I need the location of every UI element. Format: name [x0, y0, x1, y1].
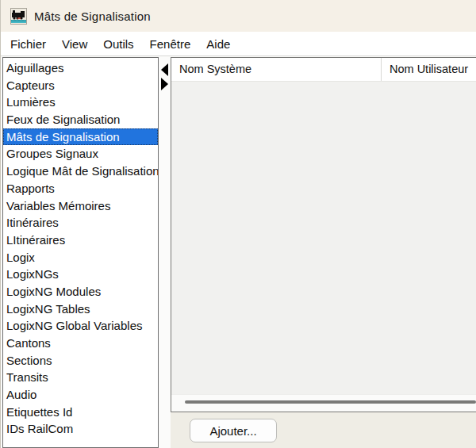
- sidebar-item[interactable]: Cantons: [3, 335, 158, 352]
- sidebar-item[interactable]: Logique Mât de Signalisation: [3, 163, 158, 180]
- sidebar-item[interactable]: LogixNG Global Variables: [3, 317, 158, 335]
- sidebar-item[interactable]: Etiquettes Id: [3, 404, 158, 421]
- table-body-empty: [171, 82, 476, 394]
- window-title: Mâts de Signalisation: [34, 10, 151, 23]
- sidebar-item[interactable]: LogixNGs: [3, 266, 158, 283]
- sidebar-item[interactable]: Variables Mémoires: [3, 197, 158, 215]
- split-divider[interactable]: [159, 57, 171, 448]
- sidebar-item[interactable]: LItinéraires: [3, 232, 158, 249]
- collapse-left-icon[interactable]: [161, 63, 168, 76]
- menu-item[interactable]: Outils: [95, 32, 141, 56]
- menu-item[interactable]: Fichier: [2, 32, 54, 56]
- sidebar-item[interactable]: LogixNG Tables: [3, 301, 158, 318]
- table-header: Nom Système Nom Utilisateur: [171, 58, 476, 82]
- menu-bar: FichierViewOutilsFenêtreAide: [1, 32, 476, 56]
- table-type-list: AiguillagesCapteursLumièresFeux de Signa…: [2, 57, 159, 448]
- ajouter-button[interactable]: Ajouter...: [190, 419, 277, 442]
- sidebar-item[interactable]: Audio: [3, 386, 158, 404]
- expand-right-icon[interactable]: [161, 78, 168, 90]
- sidebar-item[interactable]: Sections: [3, 352, 158, 370]
- sidebar-item[interactable]: Lumières: [3, 94, 158, 111]
- horizontal-scrollbar[interactable]: [171, 394, 476, 412]
- sidebar-item[interactable]: Itinéraires: [3, 214, 158, 232]
- sidebar-item[interactable]: Aiguillages: [3, 59, 158, 77]
- footer-panel: Ajouter...: [171, 412, 476, 448]
- sidebar-item[interactable]: Rapports: [3, 180, 158, 197]
- menu-item[interactable]: Aide: [198, 32, 238, 56]
- column-header-nom-systeme[interactable]: Nom Système: [171, 58, 382, 81]
- title-bar: Mâts de Signalisation: [1, 0, 476, 32]
- menu-item[interactable]: Fenêtre: [142, 32, 199, 56]
- sidebar-item[interactable]: Capteurs: [3, 77, 158, 94]
- sidebar-item[interactable]: IDs RailCom: [3, 420, 158, 438]
- sidebar-item[interactable]: Mâts de Signalisation: [3, 128, 158, 146]
- sidebar-item[interactable]: Transits: [3, 369, 158, 386]
- sidebar-item[interactable]: Logix: [3, 249, 158, 266]
- sidebar-item[interactable]: Feux de Signalisation: [3, 111, 158, 128]
- sidebar-item[interactable]: Groupes Signaux: [3, 145, 158, 163]
- column-header-nom-utilisateur[interactable]: Nom Utilisateur: [382, 58, 476, 81]
- menu-item[interactable]: View: [54, 32, 95, 56]
- jmri-train-icon: [10, 8, 27, 25]
- signal-mast-table-panel: Nom Système Nom Utilisateur: [171, 57, 476, 412]
- scrollbar-thumb[interactable]: [185, 400, 476, 404]
- sidebar-item[interactable]: LogixNG Modules: [3, 283, 158, 301]
